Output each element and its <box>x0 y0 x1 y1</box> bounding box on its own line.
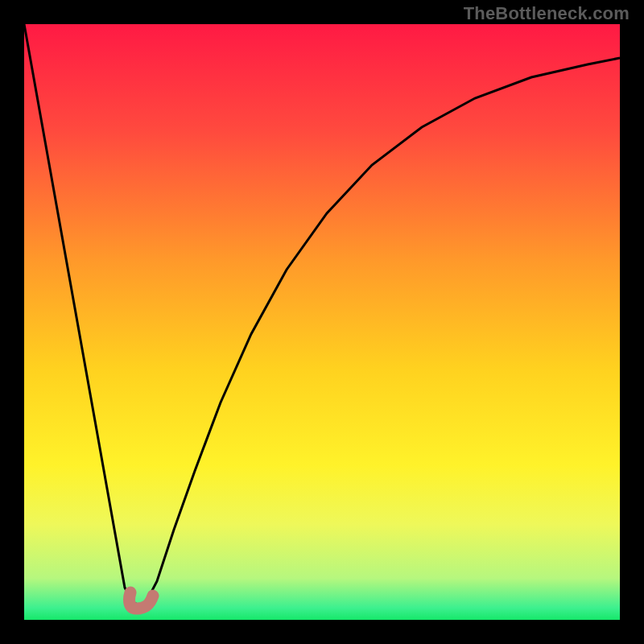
plot-area <box>24 24 620 620</box>
chart-frame: TheBottleneck.com <box>0 0 644 644</box>
optimal-point-marker <box>121 586 163 615</box>
watermark-text: TheBottleneck.com <box>464 3 630 24</box>
curve-path <box>24 24 620 605</box>
marker-j-shape <box>130 592 153 609</box>
bottleneck-curve <box>24 24 620 620</box>
